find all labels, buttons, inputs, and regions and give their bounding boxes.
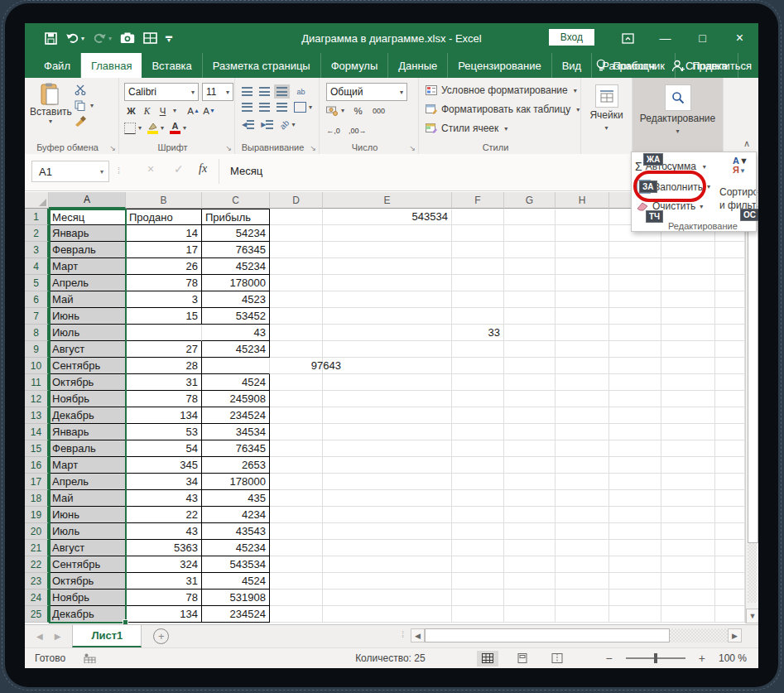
cell-X24[interactable] [715, 590, 745, 606]
prev-sheet-icon[interactable]: ◀ [36, 632, 43, 641]
cell-B20[interactable]: 43 [126, 523, 202, 540]
cell-B3[interactable]: 17 [126, 242, 202, 258]
cell-J23[interactable] [661, 573, 715, 590]
cell-I14[interactable] [609, 424, 661, 440]
cell-A6[interactable]: Май [49, 291, 126, 308]
cell-X5[interactable] [715, 275, 745, 291]
cell-F1[interactable] [452, 209, 504, 225]
cell-G16[interactable] [504, 457, 556, 474]
cell-F18[interactable] [452, 490, 504, 507]
save-icon[interactable] [45, 32, 57, 45]
column-header-C[interactable]: C [202, 192, 270, 209]
cell-H16[interactable] [556, 457, 609, 474]
cell-B8[interactable] [126, 325, 202, 341]
cell-E2[interactable] [323, 225, 452, 242]
cell-F15[interactable] [452, 440, 504, 457]
cell-G5[interactable] [504, 275, 556, 291]
cell-D24[interactable] [270, 590, 323, 606]
cell-G25[interactable] [504, 606, 556, 623]
font-color-icon[interactable]: А ▾ [170, 122, 186, 134]
scroll-right-icon[interactable]: ▶ [728, 628, 742, 642]
cell-C7[interactable]: 53452 [202, 308, 270, 325]
cells-group-collapsed[interactable]: Ячейки ▾ [581, 78, 632, 154]
cell-H3[interactable] [556, 242, 609, 258]
cell-G14[interactable] [504, 424, 556, 440]
cell-G4[interactable] [504, 258, 556, 275]
customize-quick-access-icon[interactable]: ▬▾ [166, 34, 172, 42]
cell-C25[interactable]: 234524 [202, 606, 270, 623]
cell-D15[interactable] [270, 440, 323, 457]
cell-B2[interactable]: 14 [126, 225, 202, 242]
row-header-4[interactable]: 4 [25, 258, 49, 275]
cell-I3[interactable] [609, 242, 661, 258]
row-header-3[interactable]: 3 [25, 242, 49, 258]
cell-H24[interactable] [556, 590, 609, 606]
cell-D18[interactable] [270, 490, 323, 507]
cell-E17[interactable] [323, 474, 452, 490]
cell-A13[interactable]: Декабрь [49, 407, 126, 424]
cell-F3[interactable] [452, 242, 504, 258]
row-header-20[interactable]: 20 [25, 523, 49, 540]
cell-I6[interactable] [609, 291, 661, 308]
cell-C11[interactable]: 4524 [202, 374, 270, 391]
cell-E21[interactable] [323, 540, 452, 556]
cell-I17[interactable] [609, 474, 661, 490]
font-name-combo[interactable]: Calibri▾ [124, 83, 199, 101]
cell-B15[interactable]: 54 [126, 440, 202, 457]
align-right-icon[interactable] [277, 103, 287, 112]
cell-D2[interactable] [270, 225, 323, 242]
cell-G20[interactable] [504, 523, 556, 540]
orientation-icon[interactable]: ab▾ [280, 120, 295, 129]
name-box-dropdown-arrow[interactable]: ▾ [100, 168, 103, 176]
cell-C4[interactable]: 45234 [202, 258, 270, 275]
cell-X12[interactable] [715, 391, 745, 407]
cell-J18[interactable] [661, 490, 715, 507]
cell-H23[interactable] [556, 573, 609, 590]
cell-J5[interactable] [661, 275, 715, 291]
cell-C12[interactable]: 245908 [202, 391, 270, 407]
cell-X18[interactable] [715, 490, 745, 507]
cell-D4[interactable] [270, 258, 323, 275]
cell-G21[interactable] [504, 540, 556, 556]
cell-C21[interactable]: 45234 [202, 540, 270, 556]
vertical-scroll-thumb[interactable] [748, 210, 758, 543]
cell-D14[interactable] [270, 424, 323, 440]
row-header-17[interactable]: 17 [25, 474, 49, 490]
cell-E22[interactable] [323, 556, 452, 573]
cell-E23[interactable] [323, 573, 452, 590]
italic-button[interactable]: К [140, 103, 154, 118]
cell-D3[interactable] [270, 242, 323, 258]
cell-C1[interactable]: Прибыль [202, 209, 270, 225]
cell-I11[interactable] [609, 374, 661, 391]
editing-group-collapsed[interactable]: Редактирование ▾ [632, 78, 724, 154]
cell-F20[interactable] [452, 523, 504, 540]
cell-H2[interactable] [556, 225, 609, 242]
cell-F12[interactable] [452, 391, 504, 407]
column-header-G[interactable]: G [504, 192, 556, 209]
row-header-16[interactable]: 16 [25, 457, 49, 474]
row-header-18[interactable]: 18 [25, 490, 49, 507]
page-layout-view-icon[interactable] [512, 651, 533, 667]
cell-X25[interactable] [715, 606, 745, 623]
cell-E6[interactable] [323, 291, 452, 308]
cell-H9[interactable] [556, 341, 609, 358]
sort-filter-icon[interactable]: А▼ Я▼ [733, 156, 754, 183]
cell-J9[interactable] [661, 341, 715, 358]
cell-H5[interactable] [556, 275, 609, 291]
cell-F19[interactable] [452, 507, 504, 523]
cell-X7[interactable] [715, 308, 745, 325]
cell-A22[interactable]: Сентябрь [49, 556, 126, 573]
cell-I25[interactable] [609, 606, 661, 623]
cell-X17[interactable] [715, 474, 745, 490]
row-header-22[interactable]: 22 [25, 556, 49, 573]
cell-F9[interactable] [452, 341, 504, 358]
cell-J15[interactable] [661, 440, 715, 457]
row-header-11[interactable]: 11 [25, 374, 49, 391]
cell-H4[interactable] [556, 258, 609, 275]
cell-E15[interactable] [323, 440, 452, 457]
currency-format-icon[interactable]: ▾ [326, 106, 344, 116]
maximize-button[interactable]: □ [684, 23, 721, 53]
paste-button[interactable]: Вставить ▾ [30, 83, 70, 125]
cell-A5[interactable]: Апрель [49, 275, 126, 291]
share-label[interactable]: Поделиться [692, 60, 752, 72]
